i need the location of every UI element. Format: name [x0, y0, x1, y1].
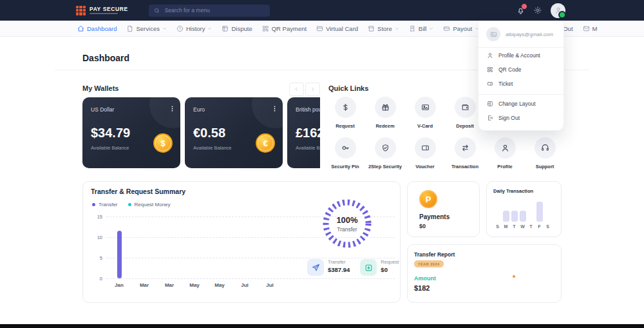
stat-value: $0 — [381, 266, 399, 273]
kebab-menu-icon[interactable] — [271, 103, 278, 115]
user-email: albipays@gmail.com — [506, 32, 553, 37]
x-axis-label: Jul — [260, 282, 279, 288]
vcard-icon — [415, 97, 436, 118]
kebab-menu-icon[interactable] — [169, 103, 176, 115]
wallet-currency: US Dollar — [91, 106, 114, 113]
home-icon — [77, 25, 84, 32]
currency-coin-icon: $ — [153, 133, 173, 153]
legend-label: Request Money — [135, 202, 171, 207]
menu-item-label: M — [592, 25, 598, 32]
top-bar: Pay Secure — [0, 0, 644, 21]
wallet-balance-label: Available Balance — [296, 145, 320, 151]
online-status-dot — [558, 11, 566, 19]
daily-bar — [511, 211, 518, 222]
quick-link-label: Profile — [497, 164, 512, 169]
wallet-card: Euro €0.58 Available Balance € — [185, 97, 283, 168]
dropdown-item-qr-code[interactable]: QR Code — [478, 63, 564, 76]
payments-title: Payments — [419, 213, 450, 220]
clock-icon — [176, 25, 184, 32]
quick-link-security-pin[interactable]: Security Pin — [325, 137, 365, 169]
wallet-currency: British pound — [296, 106, 320, 113]
wallet-balance: £162. — [296, 126, 320, 140]
dropdown-item-ticket[interactable]: Ticket — [478, 77, 564, 90]
shield-icon — [375, 137, 396, 159]
legend-item: Transfer — [92, 202, 118, 207]
dropdown-item-sign-out[interactable]: Sign Out — [478, 111, 564, 124]
gift-icon — [375, 97, 396, 118]
quick-link-label: Security Pin — [331, 164, 359, 169]
legend-dot — [92, 203, 95, 206]
menu-item-label: Dispute — [231, 25, 252, 32]
menu-item-dashboard[interactable]: Dashboard — [77, 25, 117, 32]
brand-logo[interactable]: Pay Secure — [76, 6, 128, 15]
profile-dropdown: albipays@gmail.com Profile & Account QR … — [478, 21, 564, 131]
menu-item-label: Store — [377, 25, 392, 32]
dropdown-item-label: Sign Out — [498, 115, 520, 121]
payments-card: P Payments $0 — [407, 181, 480, 237]
wallet-balance-label: Available Balance — [91, 145, 129, 151]
quick-link-redeem[interactable]: Redeem — [365, 97, 405, 129]
menu-item-virtual-card[interactable]: Virtual Card — [316, 25, 358, 32]
payout-icon — [443, 25, 450, 32]
wallets-prev-button[interactable] — [289, 82, 304, 96]
quick-link-request[interactable]: Request — [325, 97, 365, 129]
menu-item-label: Payout — [453, 25, 472, 32]
quick-link-support[interactable]: Support — [525, 137, 565, 169]
day-label: T — [527, 224, 535, 229]
report-title: Transfer Report — [414, 251, 455, 258]
menu-item-label: Bill — [419, 25, 427, 32]
stat-label: Request — [381, 259, 399, 265]
quick-link-label: V-Card — [417, 123, 433, 129]
quick-link-label: Support — [536, 164, 554, 169]
day-label: W — [518, 224, 527, 229]
menu-item-m[interactable]: M — [583, 25, 598, 32]
quick-link-transaction[interactable]: Transaction — [445, 137, 485, 169]
quick-link-voucher[interactable]: Voucher — [405, 137, 445, 169]
search-input[interactable] — [164, 6, 265, 14]
wallets-next-button[interactable] — [305, 82, 320, 96]
bottom-bar — [0, 324, 644, 328]
chevron-down-icon — [429, 26, 433, 31]
chevron-down-icon — [162, 26, 167, 31]
menu-item-qr-payment[interactable]: QR Payment — [262, 25, 307, 32]
x-axis-label: Jul — [235, 282, 254, 288]
y-axis-tick: 5 — [90, 255, 102, 261]
y-axis-tick: 15 — [90, 214, 102, 220]
receive-icon — [360, 259, 377, 276]
file-icon — [126, 25, 133, 32]
quick-link-profile[interactable]: Profile — [485, 137, 525, 169]
menu-item-history[interactable]: History — [176, 25, 213, 32]
report-amount-label: Amount — [414, 275, 436, 282]
notifications-button[interactable] — [516, 6, 525, 15]
send-icon — [307, 259, 324, 276]
settings-gear-button[interactable] — [534, 6, 542, 14]
wallet-balance: €0.58 — [193, 126, 225, 140]
menu-item-payout[interactable]: Payout — [443, 25, 479, 32]
menu-item-services[interactable]: Services — [126, 25, 166, 32]
chart-bar — [117, 231, 122, 278]
dollar-icon — [335, 97, 356, 118]
quick-link-2step-security[interactable]: 2Step Security — [365, 137, 405, 169]
dropdown-item-label: QR Code — [498, 66, 521, 73]
divider — [478, 47, 564, 48]
x-axis-label: Mar — [160, 282, 179, 288]
menu-item-bill[interactable]: Bill — [409, 25, 434, 32]
menu-item-store[interactable]: Store — [368, 25, 399, 32]
dropdown-item-profile-account[interactable]: Profile & Account — [478, 49, 564, 62]
avatar — [486, 27, 500, 41]
user-avatar[interactable] — [551, 3, 565, 18]
day-label: T — [510, 224, 518, 229]
dropdown-item-change-layout[interactable]: Change Layout — [478, 97, 564, 110]
y-axis-tick: 0 — [90, 276, 102, 282]
quick-link-label: Redeem — [375, 123, 394, 129]
gauge-text: 100% Transfer — [320, 215, 374, 233]
report-chart-dot — [513, 275, 515, 278]
day-label: M — [502, 224, 510, 229]
quick-link-label: Request — [336, 123, 355, 129]
quick-link-v-card[interactable]: V-Card — [405, 97, 445, 129]
quick-link-label: Deposit — [456, 123, 474, 129]
report-amount-value: $182 — [414, 284, 430, 292]
stat-value: $387.94 — [328, 266, 350, 273]
menu-item-dispute[interactable]: Dispute — [222, 25, 252, 32]
chart-legend: Transfer Request Money — [92, 202, 171, 207]
